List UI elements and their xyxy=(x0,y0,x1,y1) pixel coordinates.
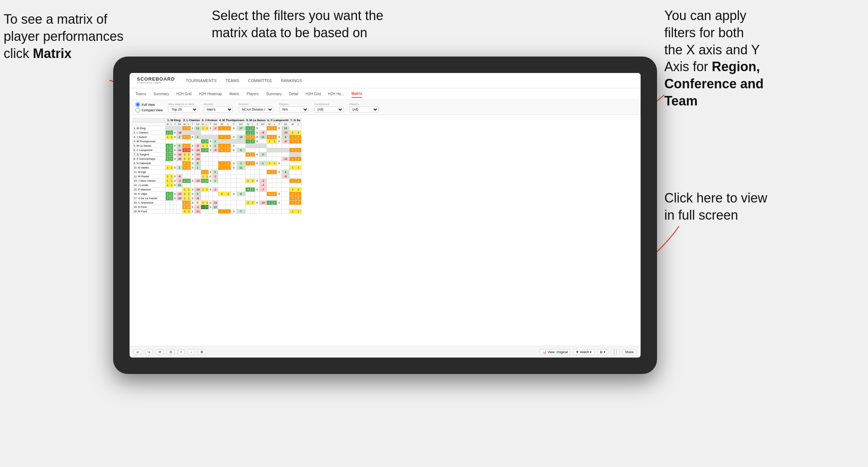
matrix-cell: 0 xyxy=(245,161,251,166)
matrix-cell xyxy=(205,192,209,196)
matrix-cell xyxy=(259,148,266,153)
matrix-cell: 3 xyxy=(218,192,225,196)
subnav-detail[interactable]: Detail xyxy=(289,90,299,97)
share-btn[interactable]: Share xyxy=(622,349,636,355)
fullscreen-btn[interactable]: ⛶ xyxy=(611,349,619,355)
matrix-cell: 1 xyxy=(205,144,209,148)
matrix-cell: -1 xyxy=(259,179,266,183)
matrix-cell xyxy=(245,174,251,179)
matrix-cell: 0 xyxy=(218,148,225,153)
undo-btn[interactable]: ↩ xyxy=(134,349,142,355)
matrix-cell xyxy=(289,161,296,166)
matrix-cell: 0 xyxy=(205,148,209,153)
subnav-h2h-heatmap[interactable]: H2H Heatmap xyxy=(199,90,222,97)
refresh-btn[interactable]: ⟳ xyxy=(156,349,164,355)
matrix-cell: 0 xyxy=(191,144,194,148)
matrix-cell: 1 xyxy=(187,179,191,183)
matrix-cell: 0 xyxy=(173,153,176,157)
matrix-cell: 1 xyxy=(296,209,301,214)
conference-select[interactable]: (All) xyxy=(314,107,343,112)
matrix-cell: 1 xyxy=(170,135,173,139)
matrix-table: 1. W Ding 2. L Clanton 3. J Koivun 4. M … xyxy=(132,118,302,214)
subnav-h2h-he[interactable]: H2H He... xyxy=(328,90,344,97)
empty-corner xyxy=(133,118,166,123)
region-select[interactable]: N/A xyxy=(279,107,308,112)
nav-committee[interactable]: COMMITTEE xyxy=(248,78,272,83)
matrix-cell xyxy=(296,153,301,157)
matrix-cell: 0 xyxy=(209,126,212,131)
matrix-cell xyxy=(281,201,289,205)
matrix-cell: 11 xyxy=(259,135,266,139)
zoom-out-btn[interactable]: − xyxy=(188,349,195,355)
matrix-cell xyxy=(272,148,277,153)
subnav-h2h-grid[interactable]: H2H Grid xyxy=(176,90,192,97)
sh-d5: Dif xyxy=(259,123,266,126)
matrix-cell xyxy=(166,201,170,205)
logo-sub: Powered by clippd xyxy=(137,81,175,84)
compact-view-option[interactable]: Compact View xyxy=(135,108,163,112)
redo-btn[interactable]: ↪ xyxy=(145,349,153,355)
players-select[interactable]: (All) xyxy=(349,107,379,112)
matrix-cell: 4 xyxy=(245,188,251,192)
watch-btn[interactable]: 👁 Watch ▾ xyxy=(573,349,594,355)
matrix-cell xyxy=(237,174,245,179)
matrix-cell: 0 xyxy=(209,188,212,192)
matrix-cell: 0 xyxy=(255,139,259,144)
col-4-header: 4. M Thorbjornsen xyxy=(218,118,245,123)
matrix-cell xyxy=(231,170,237,174)
compact-view-radio[interactable] xyxy=(135,108,140,112)
nav-rankings[interactable]: RANKINGS xyxy=(281,78,302,83)
matrix-cell: 1 xyxy=(251,153,255,157)
matrix-cell: 1 xyxy=(225,144,231,148)
subnav-teams[interactable]: Teams xyxy=(135,90,146,97)
full-view-radio[interactable] xyxy=(135,102,140,107)
matrix-cell xyxy=(272,183,277,188)
matrix-cell xyxy=(225,179,231,183)
matrix-cell: 0 xyxy=(266,170,272,174)
player-name-cell: 16. K Vilips xyxy=(133,192,166,196)
subnav-h2h-grid2[interactable]: H2H Grid xyxy=(306,90,321,97)
matrix-cell: 1 xyxy=(201,144,205,148)
matrix-cell xyxy=(231,183,237,188)
zoom-fit-btn[interactable]: ⊡ xyxy=(167,349,175,355)
matrix-cell xyxy=(177,126,183,131)
matrix-container[interactable]: 1. W Ding 2. L Clanton 3. J Koivun 4. M … xyxy=(130,115,641,346)
matrix-cell: 2 xyxy=(296,157,301,161)
sh-t5: T xyxy=(255,123,259,126)
view-original-btn[interactable]: 📊 View: Original xyxy=(540,349,570,355)
zoom-in-btn[interactable]: + xyxy=(178,349,185,355)
matrix-cell: 0 xyxy=(191,161,194,166)
matrix-cell xyxy=(212,135,218,139)
matrix-cell: 5 xyxy=(177,144,183,148)
matrix-cell: 1 xyxy=(225,209,231,214)
nav-tournaments[interactable]: TOURNAMENTS xyxy=(186,78,217,83)
table-row: 6. C Lamprecht100-10240-16100-5010601 xyxy=(133,148,302,153)
matrix-cell xyxy=(231,153,237,157)
col-1-header: 1. W Ding xyxy=(166,118,183,123)
max-players-select[interactable]: Top 25 xyxy=(169,107,198,112)
view-options: Full View Compact View xyxy=(135,102,163,112)
matrix-cell xyxy=(259,139,266,144)
matrix-cell: -16 xyxy=(195,148,201,153)
matrix-cell xyxy=(255,209,259,214)
layout-btn[interactable]: ⊞ ▾ xyxy=(597,349,608,355)
subnav-summary2[interactable]: Summary xyxy=(266,90,282,97)
full-view-option[interactable]: Full View xyxy=(135,102,163,107)
matrix-cell xyxy=(296,161,301,166)
matrix-cell xyxy=(272,144,277,148)
division-select[interactable]: NCAA Division I xyxy=(239,107,273,112)
matrix-cell xyxy=(251,166,255,170)
nav-teams[interactable]: TEAMS xyxy=(226,78,239,83)
subnav-matrix-active[interactable]: Matrix xyxy=(352,90,362,98)
matrix-cell: 2 xyxy=(187,126,191,131)
matrix-cell: 2 xyxy=(183,205,187,209)
matrix-cell xyxy=(173,126,176,131)
subnav-matrix[interactable]: Matrix xyxy=(229,90,239,97)
matrix-cell xyxy=(266,166,272,170)
matrix-cell: 0 xyxy=(231,192,237,196)
settings-btn[interactable]: ⚙ xyxy=(198,349,206,355)
subnav-summary[interactable]: Summary xyxy=(153,90,169,97)
subnav-players[interactable]: Players xyxy=(247,90,259,97)
matrix-cell: -16 xyxy=(177,131,183,135)
gender-select[interactable]: Men's xyxy=(204,107,233,112)
